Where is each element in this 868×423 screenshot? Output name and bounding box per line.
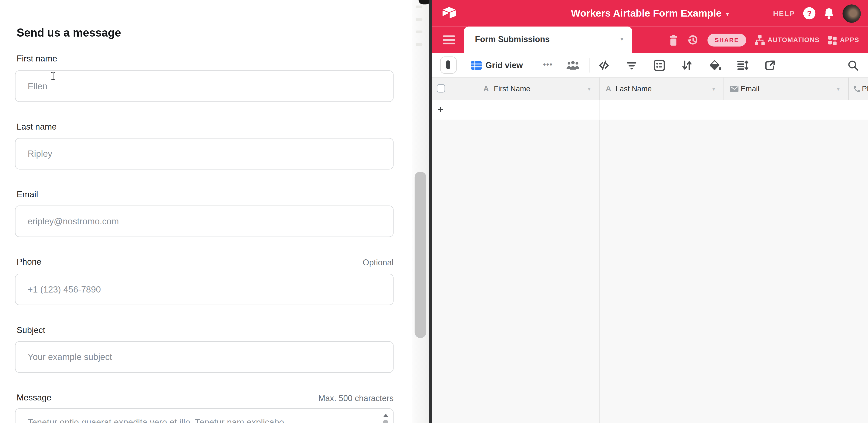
view-toolbar: Grid view ••• — [432, 53, 868, 78]
email-label: Email — [17, 189, 38, 199]
automations-icon — [754, 34, 765, 45]
grid-view-icon[interactable] — [471, 61, 482, 70]
help-button[interactable]: HELP — [773, 9, 795, 18]
email-input[interactable] — [15, 206, 394, 237]
subject-label: Subject — [17, 325, 45, 335]
topbar-right-cluster: HELP ? — [773, 0, 861, 27]
tab-form-submissions[interactable]: Form Submissions ▾ — [464, 27, 632, 53]
text-field-icon: A — [606, 84, 611, 93]
subject-input[interactable] — [15, 341, 394, 373]
tabbar-right-cluster: SHARE AUTOMATIONS — [669, 27, 859, 53]
column-divider[interactable] — [599, 78, 599, 100]
column-divider[interactable] — [848, 78, 848, 100]
column-header-first-name[interactable]: First Name — [494, 85, 530, 93]
text-cursor-icon — [50, 72, 56, 80]
hamburger-menu-icon[interactable] — [443, 35, 455, 44]
message-label: Message — [17, 393, 51, 402]
divider-dash — [416, 43, 423, 46]
hide-fields-icon[interactable] — [598, 59, 610, 71]
group-icon[interactable] — [653, 59, 665, 71]
window-divider — [429, 0, 432, 423]
column-divider[interactable] — [723, 78, 724, 100]
table-tabbar: Form Submissions ▾ SHARE — [432, 27, 868, 53]
grid-body — [432, 120, 868, 423]
trash-icon[interactable] — [669, 34, 678, 46]
filter-icon[interactable] — [626, 59, 638, 71]
user-avatar[interactable] — [842, 4, 861, 22]
base-title-caret-icon[interactable]: ▾ — [726, 9, 729, 17]
column-caret-icon[interactable]: ▾ — [713, 86, 715, 92]
toolbar-divider — [589, 58, 589, 73]
phone-optional-note: Optional — [363, 258, 394, 267]
last-name-label: Last name — [17, 122, 57, 132]
tab-label: Form Submissions — [475, 34, 550, 44]
share-view-icon[interactable] — [764, 59, 776, 71]
column-header-email[interactable]: Email — [741, 85, 759, 93]
frozen-column-divider — [599, 100, 599, 120]
phone-label: Phone — [17, 257, 41, 267]
add-record-plus-icon[interactable]: + — [437, 103, 443, 116]
first-name-label: First name — [17, 54, 57, 63]
automations-label: AUTOMATIONS — [768, 36, 819, 44]
add-record-row[interactable]: + — [432, 100, 868, 120]
textarea-scroll-thumb[interactable] — [383, 420, 388, 423]
last-name-input[interactable] — [15, 138, 394, 170]
apps-button[interactable]: APPS — [828, 35, 859, 44]
phone-field-icon — [852, 85, 861, 93]
column-caret-icon[interactable]: ▾ — [588, 86, 590, 92]
row-height-icon[interactable] — [736, 59, 748, 71]
textarea-scrollbar[interactable] — [381, 411, 390, 423]
message-maxchars-note: Max. 500 characters — [318, 393, 394, 403]
scroll-up-arrow-icon[interactable] — [383, 414, 389, 417]
sidebar-toggle-button[interactable] — [440, 57, 457, 74]
divider-dash — [416, 30, 423, 33]
automations-button[interactable]: AUTOMATIONS — [754, 34, 819, 45]
help-question-icon[interactable]: ? — [803, 7, 815, 19]
color-icon[interactable] — [709, 59, 721, 71]
share-button[interactable]: SHARE — [708, 34, 746, 46]
view-more-icon[interactable]: ••• — [543, 60, 553, 69]
collaborators-icon[interactable] — [566, 60, 580, 70]
base-title[interactable]: Workers Airtable Form Example — [571, 7, 722, 19]
view-name[interactable]: Grid view — [486, 60, 523, 70]
airtable-pane: Workers Airtable Form Example ▾ HELP ? F… — [432, 0, 868, 423]
screen: Send us a message First name Last name E… — [0, 0, 868, 423]
sort-icon[interactable] — [681, 59, 693, 71]
message-textarea[interactable] — [15, 408, 394, 423]
sidebar-toggle-icon — [446, 60, 450, 69]
left-pane-scrollbar[interactable] — [412, 0, 429, 423]
apps-icon — [828, 35, 837, 44]
airtable-topbar: Workers Airtable Form Example ▾ HELP ? — [432, 0, 868, 27]
divider-dash — [416, 18, 423, 21]
column-header-phone[interactable]: Phone — [862, 85, 868, 93]
scrollbar-thumb[interactable] — [415, 172, 426, 338]
history-icon[interactable] — [686, 34, 699, 46]
contact-form-pane: Send us a message First name Last name E… — [0, 0, 412, 423]
column-header-last-name[interactable]: Last Name — [616, 85, 652, 93]
select-all-checkbox[interactable] — [437, 84, 445, 92]
tab-caret-icon[interactable]: ▾ — [621, 36, 623, 42]
text-field-icon: A — [483, 84, 489, 93]
frozen-column-divider — [599, 120, 599, 423]
divider-dash — [416, 5, 423, 8]
search-icon[interactable] — [847, 60, 859, 71]
grid-header-row: A First Name ▾ A Last Name ▾ Email ▾ Pho… — [432, 78, 868, 100]
first-name-input[interactable] — [15, 70, 394, 102]
email-field-icon — [730, 86, 739, 92]
form-title: Send us a message — [17, 26, 121, 39]
notifications-bell-icon[interactable] — [824, 7, 834, 19]
phone-input[interactable] — [15, 274, 394, 305]
column-caret-icon[interactable]: ▾ — [837, 86, 839, 92]
apps-label: APPS — [840, 36, 859, 44]
